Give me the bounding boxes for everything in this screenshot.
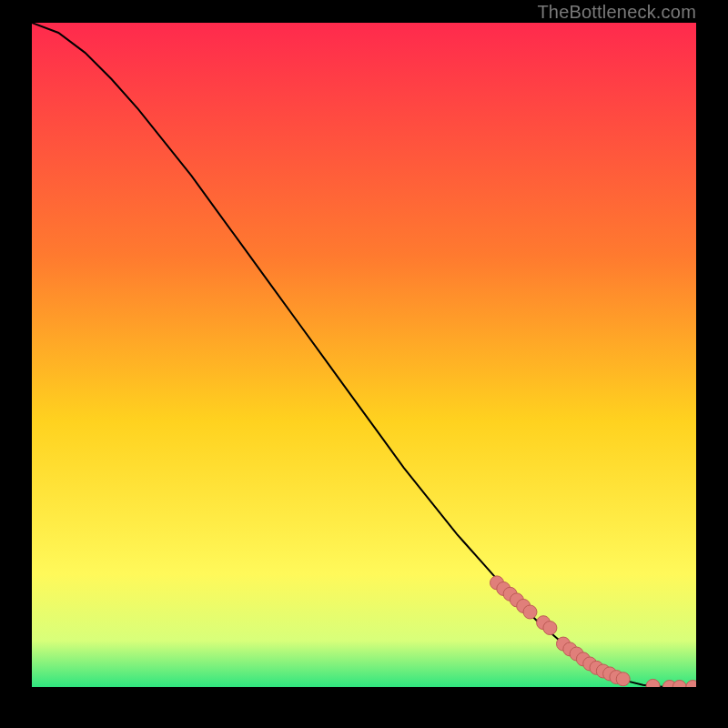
plot-svg — [32, 23, 696, 687]
curve-marker — [543, 622, 557, 635]
curve-marker — [523, 605, 537, 619]
attribution-label: TheBottleneck.com — [537, 2, 696, 23]
gradient-background — [32, 23, 696, 687]
chart-stage: TheBottleneck.com — [0, 0, 728, 728]
curve-marker — [616, 672, 630, 686]
plot-area — [32, 23, 696, 687]
